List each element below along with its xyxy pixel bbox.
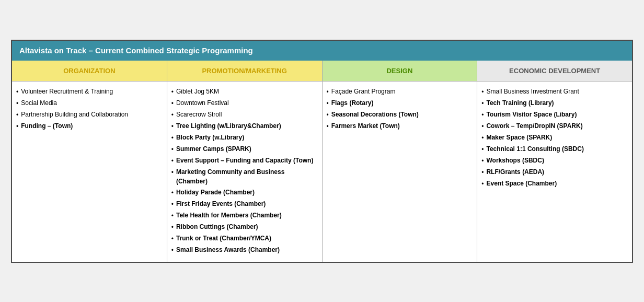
item-text: Farmers Market (Town) (331, 121, 472, 131)
item-text: Tele Health for Members (Chamber) (176, 211, 317, 220)
bullet-icon: • (171, 87, 174, 97)
list-item: •Tourism Visitor Space (Libary) (480, 110, 627, 120)
list-item: •Tree Lighting (w/Library&Chamber) (170, 121, 317, 131)
col-promo: PROMOTION/MARKETING•Giblet Jog 5KM•Downt… (167, 61, 323, 262)
title-bar: Altavista on Track – Current Combined St… (12, 41, 632, 61)
bullet-icon: • (171, 99, 174, 108)
item-text: Volunteer Recruitment & Training (21, 87, 162, 96)
item-text: Tourism Visitor Space (Libary) (486, 110, 627, 119)
bullet-icon: • (481, 168, 484, 177)
bullet-icon: • (171, 145, 174, 154)
list-item: •Flags (Rotary) (326, 98, 472, 108)
item-text: Downtown Festival (176, 98, 317, 108)
bullet-icon: • (16, 87, 18, 97)
col-body-promo: •Giblet Jog 5KM•Downtown Festival•Scarec… (167, 82, 322, 262)
bullet-icon: • (481, 110, 484, 120)
col-body-econ: •Small Business Investment Grant•Tech Tr… (477, 82, 632, 195)
col-header-econ: ECONOMIC DEVELOPMENT (477, 61, 632, 82)
col-header-promo: PROMOTION/MARKETING (167, 61, 322, 82)
bullet-icon: • (171, 156, 174, 166)
list-item: •Volunteer Recruitment & Training (15, 87, 162, 97)
columns-container: ORGANIZATION•Volunteer Recruitment & Tra… (12, 61, 632, 262)
bullet-icon: • (171, 168, 174, 177)
item-text: Social Media (21, 98, 162, 108)
bullet-icon: • (171, 188, 174, 198)
page-title: Altavista on Track – Current Combined St… (19, 46, 253, 55)
list-item: •Seasonal Decorations (Town) (326, 110, 472, 120)
bullet-icon: • (481, 133, 484, 143)
bullet-icon: • (16, 122, 18, 131)
list-item: •Workshops (SBDC) (480, 156, 627, 166)
item-text: Trunk or Treat (Chamber/YMCA) (176, 234, 317, 243)
col-header-org: ORGANIZATION (12, 61, 167, 82)
list-item: •Cowork – Temp/DropIN (SPARK) (480, 121, 627, 131)
bullet-icon: • (171, 133, 174, 143)
item-text: Workshops (SBDC) (486, 156, 627, 165)
item-text: Marketing Community and Business (Chambe… (176, 167, 317, 186)
list-item: •Summer Camps (SPARK) (170, 144, 317, 154)
list-item: •Technical 1:1 Consulting (SBDC) (480, 144, 627, 154)
bullet-icon: • (481, 122, 484, 131)
list-item: •Trunk or Treat (Chamber/YMCA) (170, 234, 317, 243)
bullet-icon: • (327, 87, 329, 97)
list-item: •Maker Space (SPARK) (480, 133, 627, 143)
col-header-design: DESIGN (323, 61, 477, 82)
bullet-icon: • (327, 99, 329, 108)
list-item: •First Friday Events (Chamber) (170, 199, 317, 209)
col-design: DESIGN•Façade Grant Program•Flags (Rotar… (323, 61, 478, 262)
col-org: ORGANIZATION•Volunteer Recruitment & Tra… (12, 61, 167, 262)
list-item: •Ribbon Cuttings (Chamber) (170, 222, 317, 232)
list-item: •Scarecrow Stroll (170, 110, 317, 120)
item-text: Summer Camps (SPARK) (176, 144, 317, 154)
bullet-icon: • (481, 87, 484, 97)
item-text: Funding – (Town) (21, 121, 162, 131)
list-item: •Partnership Building and Collaboration (15, 110, 162, 120)
bullet-icon: • (481, 145, 484, 154)
bullet-icon: • (171, 122, 174, 131)
col-body-design: •Façade Grant Program•Flags (Rotary)•Sea… (323, 82, 477, 138)
list-item: •Event Support – Funding and Capacity (T… (170, 156, 317, 166)
item-text: Block Party (w.Library) (176, 133, 317, 142)
col-body-org: •Volunteer Recruitment & Training•Social… (12, 82, 167, 138)
item-text: Small Business Awards (Chamber) (176, 245, 317, 254)
item-text: Ribbon Cuttings (Chamber) (176, 222, 317, 231)
item-text: Technical 1:1 Consulting (SBDC) (486, 144, 627, 154)
list-item: •Downtown Festival (170, 98, 317, 108)
bullet-icon: • (481, 156, 484, 166)
item-text: Seasonal Decorations (Town) (331, 110, 472, 119)
list-item: •Farmers Market (Town) (326, 121, 472, 131)
item-text: Cowork – Temp/DropIN (SPARK) (486, 121, 627, 131)
item-text: Maker Space (SPARK) (486, 133, 627, 142)
list-item: •Giblet Jog 5KM (170, 87, 317, 97)
item-text: Scarecrow Stroll (176, 110, 317, 119)
list-item: •Small Business Awards (Chamber) (170, 245, 317, 255)
bullet-icon: • (481, 179, 484, 189)
list-item: •Block Party (w.Library) (170, 133, 317, 143)
item-text: Event Support – Funding and Capacity (To… (176, 156, 317, 165)
col-econ: ECONOMIC DEVELOPMENT•Small Business Inve… (477, 61, 632, 262)
item-text: Giblet Jog 5KM (176, 87, 317, 96)
bullet-icon: • (171, 110, 174, 120)
item-text: Flags (Rotary) (331, 98, 472, 108)
list-item: •Funding – (Town) (15, 121, 162, 131)
item-text: Tech Training (Library) (486, 98, 627, 108)
item-text: Small Business Investment Grant (486, 87, 627, 96)
list-item: •Holiday Parade (Chamber) (170, 188, 317, 198)
list-item: •Façade Grant Program (326, 87, 472, 97)
bullet-icon: • (327, 122, 329, 131)
item-text: Façade Grant Program (331, 87, 472, 96)
item-text: Partnership Building and Collaboration (21, 110, 162, 119)
list-item: •Tele Health for Members (Chamber) (170, 211, 317, 220)
bullet-icon: • (327, 110, 329, 120)
list-item: •Small Business Investment Grant (480, 87, 627, 97)
list-item: •Event Space (Chamber) (480, 179, 627, 189)
item-text: Tree Lighting (w/Library&Chamber) (176, 121, 317, 131)
list-item: •Marketing Community and Business (Chamb… (170, 167, 317, 186)
bullet-icon: • (171, 211, 174, 220)
bullet-icon: • (171, 223, 174, 232)
bullet-icon: • (16, 99, 18, 108)
list-item: •RLF/Grants (AEDA) (480, 167, 627, 177)
main-table: Altavista on Track – Current Combined St… (11, 40, 633, 263)
item-text: Holiday Parade (Chamber) (176, 188, 317, 197)
bullet-icon: • (16, 110, 18, 120)
